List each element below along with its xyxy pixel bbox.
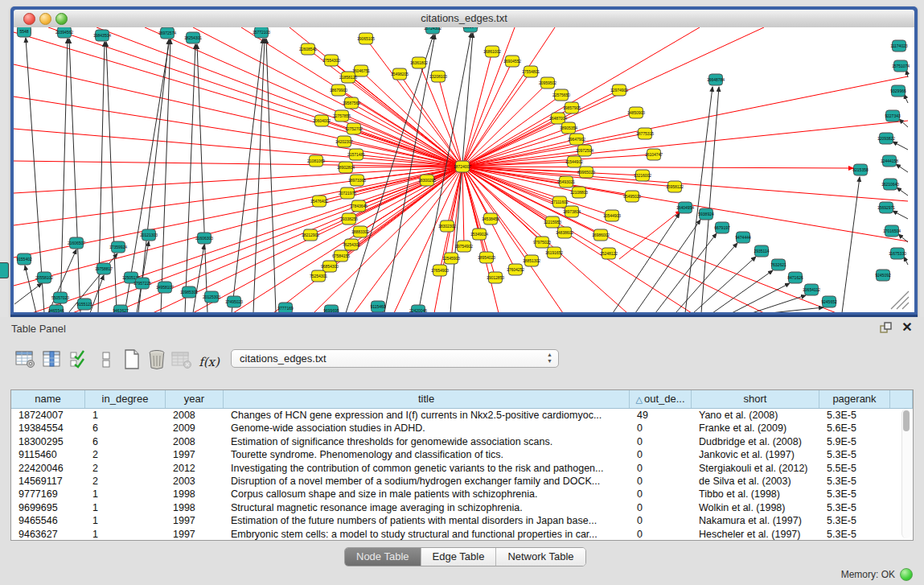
graph-node[interactable]: 15958122	[666, 181, 684, 192]
graph-node[interactable]: 21571481	[347, 149, 365, 160]
graph-node[interactable]: 12444158	[881, 155, 898, 167]
graph-node[interactable]: 19758817	[95, 263, 113, 274]
graph-node[interactable]: 10654112	[803, 284, 820, 295]
graph-node[interactable]: 17359924	[109, 241, 127, 253]
table-row[interactable]: 969969511998Structural magnetic resonanc…	[11, 501, 913, 514]
graph-node[interactable]: 20604002	[313, 115, 331, 126]
graph-node[interactable]: 9155123	[76, 299, 92, 310]
graph-node[interactable]: 19754902	[455, 241, 473, 252]
graph-node[interactable]: 8215358	[852, 164, 869, 175]
function-builder-button[interactable]: f(x)	[198, 350, 220, 374]
graph-node[interactable]: 55057023	[51, 292, 69, 303]
graph-node[interactable]: 76254302	[343, 239, 360, 250]
graph-node[interactable]: 16404954	[676, 202, 694, 213]
graph-node[interactable]: 10544903	[603, 210, 621, 221]
graph-node[interactable]: 20121303	[140, 229, 158, 241]
graph-node[interactable]: 19065105	[357, 33, 375, 44]
graph-node[interactable]: 17654903	[431, 265, 449, 276]
graph-node[interactable]: 8131044	[462, 27, 478, 32]
table-row[interactable]: 946362711997Embryonic stem cells: a mode…	[11, 528, 913, 541]
column-header-pagerank[interactable]: pagerank	[819, 390, 890, 408]
table-row[interactable]: 911546021997Tourette syndrome. Phenomeno…	[11, 448, 913, 461]
graph-node[interactable]: 20721976	[339, 187, 356, 199]
graph-node[interactable]: 7632621	[770, 259, 786, 270]
graph-node[interactable]: 13216002	[634, 170, 651, 181]
graph-node[interactable]: 14202307	[335, 136, 353, 147]
graph-node[interactable]: 18851302	[523, 255, 540, 266]
close-panel-icon[interactable]: ✕	[900, 320, 914, 335]
graph-node[interactable]: 17111602	[551, 196, 569, 208]
graph-node[interactable]: 16210643	[881, 179, 899, 190]
graph-node[interactable]: 12752702	[345, 123, 363, 134]
graph-node[interactable]: 12974903	[610, 84, 628, 96]
graph-node[interactable]: 22608541	[299, 43, 317, 55]
graph-node[interactable]: 18973365	[348, 175, 366, 186]
graph-node[interactable]: 19857905	[563, 102, 581, 113]
graph-node[interactable]: 14538453	[482, 213, 499, 225]
column-header-short[interactable]: short	[692, 390, 819, 408]
graph-node[interactable]: 20558102	[35, 272, 53, 283]
column-header-year[interactable]: year	[166, 390, 224, 408]
graph-node[interactable]: 14958107	[156, 282, 174, 293]
graph-node[interactable]: 75254301	[310, 270, 327, 282]
graph-node[interactable]: 97975023	[533, 237, 551, 248]
graph-node[interactable]: 13208103	[429, 71, 447, 82]
graph-node[interactable]: 16904552	[503, 56, 521, 67]
graph-node[interactable]: 12093822	[877, 133, 895, 144]
column-header-title[interactable]: title	[224, 390, 630, 408]
graph-node[interactable]: 16191652	[545, 247, 563, 258]
float-panel-icon[interactable]	[879, 321, 893, 336]
graph-node[interactable]: 15349024	[470, 229, 488, 240]
graph-node[interactable]: 17554300	[322, 55, 340, 66]
graph-node[interactable]: 19338256	[340, 213, 358, 225]
column-header-out_de...[interactable]: △out_de...	[630, 390, 692, 408]
graph-node[interactable]: 18775315	[636, 128, 654, 139]
graph-node[interactable]: 12215953	[544, 216, 561, 228]
graph-node[interactable]: 18973804	[563, 206, 581, 217]
graph-node[interactable]: 17604252	[507, 264, 524, 275]
graph-node[interactable]: 9227343	[885, 110, 901, 122]
new-column-button[interactable]	[121, 348, 143, 372]
graph-node[interactable]: 11174023	[890, 40, 908, 51]
graph-node[interactable]: 6679197	[714, 222, 730, 233]
graph-node[interactable]: 18302302	[438, 220, 456, 232]
graph-node[interactable]: 19647902	[568, 134, 585, 145]
graph-node[interactable]: 12108803	[570, 187, 588, 198]
graph-node[interactable]: 21606303	[195, 233, 213, 244]
graph-node[interactable]: 9329966	[890, 85, 906, 97]
graph-node[interactable]: 15248122	[600, 248, 618, 259]
graph-node[interactable]: 67584155	[332, 250, 350, 262]
window-titlebar[interactable]: citations_edges.txt	[14, 10, 914, 28]
graph-node[interactable]: 14838602	[556, 227, 573, 238]
graph-node[interactable]: 21606507	[68, 237, 85, 249]
graph-node[interactable]: 16361802	[410, 57, 428, 68]
graph-node[interactable]: 89965023	[577, 167, 595, 178]
graph-node[interactable]: 11675330	[889, 248, 906, 259]
graph-node[interactable]: 18254301	[184, 32, 202, 43]
column-visibility-button[interactable]	[41, 348, 64, 372]
graph-node[interactable]: 15692971	[877, 202, 895, 213]
table-row[interactable]: 1456911722003Disruption of a novel membe…	[11, 475, 913, 488]
table-scrollbar[interactable]	[901, 409, 911, 538]
table-row[interactable]: 2242004622012Investigating the contribut…	[11, 462, 913, 475]
graph-node[interactable]: 22575650	[552, 89, 570, 101]
graph-node[interactable]: 2935114	[754, 245, 769, 257]
column-header-name[interactable]: name	[11, 390, 85, 408]
graph-node[interactable]: 16972574	[158, 27, 176, 39]
graph-node[interactable]: 16986002	[592, 229, 610, 241]
select-all-button[interactable]	[68, 348, 90, 372]
delete-columns-button[interactable]	[146, 348, 168, 372]
deselect-all-button[interactable]	[95, 348, 117, 372]
graph-node[interactable]: 18300295	[418, 175, 436, 186]
graph-node[interactable]: 11544902	[565, 156, 583, 167]
graph-node[interactable]: 20394562	[55, 27, 73, 38]
graph-node[interactable]: 17554801	[522, 66, 540, 77]
graph-node[interactable]: 10985302	[180, 286, 198, 298]
table-scrollbar-thumb[interactable]	[903, 410, 910, 431]
graph-node[interactable]: 95493021	[557, 176, 575, 187]
graph-node[interactable]: 19843504	[93, 30, 111, 41]
graph-node[interactable]: 18679900	[330, 84, 347, 96]
graph-hub-node[interactable]: 18724007	[454, 161, 471, 172]
graph-node[interactable]: 8471626	[787, 272, 803, 283]
graph-node[interactable]: 18905354	[560, 122, 577, 134]
